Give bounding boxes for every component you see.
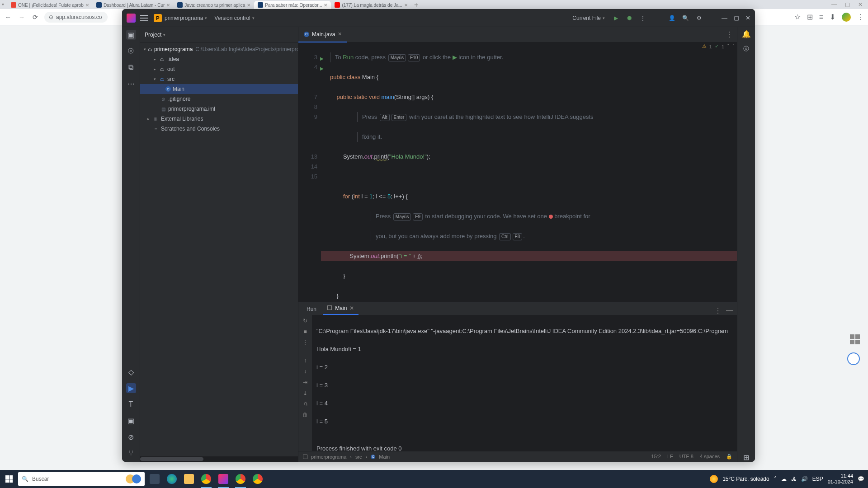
browser-tab[interactable]: Dashboard | Alura Latam - Cur✕ xyxy=(93,1,174,9)
window-maximize-icon[interactable]: ▢ xyxy=(845,1,850,8)
chat-helper-icon[interactable] xyxy=(847,352,860,365)
down-icon[interactable]: ↓ xyxy=(304,368,307,375)
tree-item[interactable]: ⊪External Libraries xyxy=(140,114,298,124)
search-everywhere-icon[interactable]: 🔍 xyxy=(682,14,689,22)
close-tab-icon[interactable]: ✕ xyxy=(338,31,342,37)
run-config-tab[interactable]: Main✕ xyxy=(323,302,359,315)
run-options-icon[interactable]: ⋮ xyxy=(714,306,722,315)
run-tool-icon[interactable]: ▶ xyxy=(126,383,136,393)
rerun-icon[interactable]: ↻ xyxy=(303,318,307,324)
more-tools-icon[interactable]: ⋯ xyxy=(126,79,136,89)
back-button[interactable]: ← xyxy=(4,14,13,21)
tree-item[interactable]: ≡Scratches and Consoles xyxy=(140,124,298,134)
editor-tab-menu-icon[interactable]: ⋮ xyxy=(726,30,733,39)
project-hscroll[interactable] xyxy=(140,456,298,462)
hide-panel-icon[interactable]: — xyxy=(726,306,733,315)
tree-root[interactable]: 🗀 primerprograma C:\Users\Lab Inglés\Ide… xyxy=(140,44,298,54)
project-tool-icon[interactable]: ▣ xyxy=(126,30,136,40)
reading-list-icon[interactable]: ≡ xyxy=(819,13,823,21)
chrome-icon-3[interactable] xyxy=(250,470,266,488)
taskbar-search[interactable]: 🔍 Buscar xyxy=(18,472,145,486)
onedrive-icon[interactable]: ☁ xyxy=(781,476,787,482)
main-menu-icon[interactable] xyxy=(140,15,148,21)
address-bar[interactable]: ⊙ app.aluracursos.co xyxy=(44,12,108,23)
window-minimize-icon[interactable]: — xyxy=(831,1,837,8)
volume-icon[interactable]: 🔊 xyxy=(801,476,808,482)
tree-item[interactable]: ▤primerprograma.iml xyxy=(140,104,298,114)
more-actions-icon[interactable]: ⋮ xyxy=(639,14,646,22)
browser-tab[interactable]: (177) La magia detrás de Ja...✕ xyxy=(331,1,411,9)
scroll-to-end-icon[interactable]: ⤓ xyxy=(303,390,307,396)
clear-icon[interactable]: 🗑 xyxy=(302,412,308,418)
edge-icon[interactable] xyxy=(164,470,180,488)
tree-item[interactable]: 🗀out xyxy=(140,64,298,74)
run-more-icon[interactable]: ⋮ xyxy=(302,339,308,346)
debug-button[interactable]: ⬢ xyxy=(626,14,633,22)
tree-item[interactable]: ⊘.gitignore xyxy=(140,94,298,104)
close-icon[interactable]: ✕ xyxy=(349,305,354,311)
task-view-icon[interactable] xyxy=(146,470,163,488)
extensions-icon[interactable]: ⊞ xyxy=(807,13,813,21)
editor-tab-active[interactable]: C Main.java ✕ xyxy=(298,27,347,42)
new-tab-button[interactable]: + xyxy=(411,1,421,9)
taskbar-clock[interactable]: 11:44 01-10-2024 xyxy=(828,473,853,485)
tray-chevron-icon[interactable]: ˄ xyxy=(774,476,777,482)
ide-minimize-icon[interactable]: — xyxy=(722,14,727,21)
start-button[interactable] xyxy=(0,470,18,488)
reload-button[interactable]: ⟳ xyxy=(31,14,40,21)
project-dropdown[interactable]: primerprograma▾ xyxy=(165,15,207,21)
chrome-icon[interactable] xyxy=(198,470,214,488)
project-tree[interactable]: 🗀 primerprograma C:\Users\Lab Inglés\Ide… xyxy=(140,42,298,456)
browser-tab[interactable]: Java: creando tu primer aplica✕ xyxy=(174,1,254,9)
explorer-icon[interactable] xyxy=(181,470,197,488)
chevron-down-icon[interactable]: ˅ xyxy=(732,43,735,49)
close-icon[interactable]: ✕ xyxy=(324,3,327,8)
notifications-icon[interactable]: 🔔 xyxy=(742,30,751,38)
close-icon[interactable]: ✕ xyxy=(85,3,89,8)
run-button[interactable]: ▶ xyxy=(612,14,619,22)
bookmarks-tool-icon[interactable]: ⧉ xyxy=(126,62,136,72)
version-control-dropdown[interactable]: Version control▾ xyxy=(214,15,254,21)
stop-icon[interactable]: ■ xyxy=(303,328,307,335)
window-close-icon[interactable]: ✕ xyxy=(858,1,863,8)
ai-icon[interactable]: ⦾ xyxy=(743,45,749,53)
run-output[interactable]: "C:\Program Files\Java\jdk-17\bin\java.e… xyxy=(312,315,737,462)
run-tool-tab[interactable]: Run xyxy=(302,303,321,315)
editor[interactable]: ⚠1 ✓1 ˄ ˅ 3▶ 4▶ 7 8 9 xyxy=(298,42,737,302)
tab-dropdown-icon[interactable]: ▾ xyxy=(2,2,7,7)
chrome-icon-2[interactable] xyxy=(232,470,249,488)
chevron-up-icon[interactable]: ˄ xyxy=(727,43,730,49)
code-with-me-icon[interactable]: 👤 xyxy=(668,14,675,22)
run-config-dropdown[interactable]: Current File▾ xyxy=(572,15,605,21)
close-icon[interactable]: ✕ xyxy=(247,3,250,8)
site-info-icon[interactable]: ⊙ xyxy=(49,14,53,20)
git-tool-icon[interactable]: ⑂ xyxy=(126,448,136,458)
input-lang[interactable]: ESP xyxy=(812,476,823,482)
forward-button[interactable]: → xyxy=(17,14,26,21)
ide-close-icon[interactable]: ✕ xyxy=(745,14,750,21)
action-center-icon[interactable]: 💬 xyxy=(858,476,864,482)
structure-tool-icon[interactable]: ⦾ xyxy=(126,46,136,56)
ide-maximize-icon[interactable]: ▢ xyxy=(734,14,739,21)
profile-avatar[interactable] xyxy=(842,13,851,22)
line-gutter[interactable]: 3▶ 4▶ 7 8 9 13 14 15 xyxy=(298,42,321,302)
code-body[interactable]: To Run code, press MayúsF10 or click the… xyxy=(321,42,737,302)
database-tool-icon[interactable]: ⊞ xyxy=(743,453,749,462)
downloads-icon[interactable]: ⬇ xyxy=(830,13,835,21)
tree-item-selected[interactable]: CMain xyxy=(140,84,298,94)
intellij-taskbar-icon[interactable] xyxy=(215,470,231,488)
terminal-tool-icon[interactable]: T xyxy=(126,399,136,409)
tree-item[interactable]: 🗀src xyxy=(140,74,298,84)
weather-text[interactable]: 15°C Parc. soleado xyxy=(722,476,769,482)
up-icon[interactable]: ↑ xyxy=(304,357,307,364)
browser-tab[interactable]: ONE | ¡Felicidades! Fuiste aprob✕ xyxy=(7,1,93,9)
grid-helper-icon[interactable] xyxy=(850,334,860,344)
services-tool-icon[interactable]: ◇ xyxy=(126,367,136,377)
tree-item[interactable]: 🗀.idea xyxy=(140,54,298,64)
run-gutter-icon[interactable]: ▶ xyxy=(320,54,324,64)
settings-icon[interactable]: ⚙ xyxy=(695,14,703,22)
browser-tab-active[interactable]: Para saber más: Operador...✕ xyxy=(254,1,331,9)
problems-tool-icon[interactable]: ⊘ xyxy=(126,432,136,442)
inspection-strip[interactable]: ⚠1 ✓1 ˄ ˅ xyxy=(702,43,735,49)
debug-tool-icon[interactable]: ▣ xyxy=(126,416,136,426)
